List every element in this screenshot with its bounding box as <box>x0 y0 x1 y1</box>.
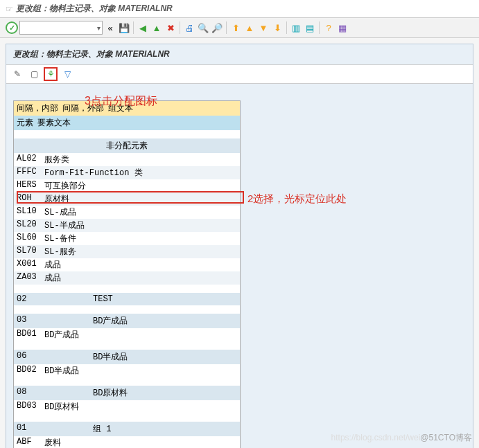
annotation-assign: 3点击分配图标 <box>85 94 157 109</box>
table-row[interactable]: SL20SL-半成品 <box>14 219 240 232</box>
unassigned-section-title: 非分配元素 <box>14 138 240 153</box>
window-title: 更改组：物料主记录、对象 MATERIALNR <box>16 3 173 15</box>
group-header[interactable]: 03BD产成品 <box>14 314 240 328</box>
group-header[interactable]: 01组 1 <box>14 422 240 436</box>
prev-page-icon[interactable]: ▲ <box>243 21 256 34</box>
panel: 更改组：物料主记录、对象 MATERIALNR ✎ ▢ ⚘ ▽ 3点击分配图标 … <box>6 44 473 448</box>
panel-title: 更改组：物料主记录、对象 MATERIALNR <box>6 44 473 64</box>
table-row[interactable]: SL10SL-成品 <box>14 206 240 219</box>
table-row[interactable]: BD01BD产成品 <box>14 328 240 341</box>
save-icon[interactable]: 💾 <box>118 21 130 34</box>
selection-highlight <box>17 191 244 204</box>
last-page-icon[interactable]: ⬇ <box>271 21 284 34</box>
window-icon: ☞ <box>6 4 13 14</box>
find-icon[interactable]: 🔍 <box>197 21 209 34</box>
data-table: 间隔，内部 间隔，外部 组文本 元素 要素文本 非分配元素 AL02服务类FFF… <box>13 100 241 448</box>
find-next-icon[interactable]: 🔎 <box>211 21 223 34</box>
table-header-2: 元素 要素文本 <box>14 116 240 130</box>
next-page-icon[interactable]: ▼ <box>257 21 270 34</box>
watermark: https://blog.csdn.net/wei@51CTO博客 <box>331 432 472 444</box>
table-row[interactable]: FFFCForm-Fit-Function 类 <box>14 166 240 179</box>
table-row[interactable]: X001成品 <box>14 258 240 271</box>
main-toolbar: ✓ « 💾 ◀ ▲ ✖ 🖨 🔍 🔎 ⬆ ▲ ▼ ⬇ ▥ ▤ ? ▦ <box>0 18 479 38</box>
table-row[interactable]: AL02服务类 <box>14 153 240 166</box>
title-bar: ☞ 更改组：物料主记录、对象 MATERIALNR <box>0 0 479 18</box>
annotation-select: 2选择，光标定位此处 <box>247 192 347 206</box>
table-row[interactable]: SL60SL-备件 <box>14 232 240 245</box>
first-page-icon[interactable]: ⬆ <box>229 21 242 34</box>
panel-toolbar: ✎ ▢ ⚘ ▽ <box>6 64 473 84</box>
filter-icon[interactable]: ▽ <box>60 67 74 81</box>
back-button[interactable]: ◀ <box>137 21 149 34</box>
command-field[interactable] <box>19 21 103 35</box>
new-icon[interactable]: ▢ <box>27 67 41 81</box>
assign-icon[interactable]: ⚘ <box>44 67 58 81</box>
group-header[interactable]: 08BD原材料 <box>14 386 240 400</box>
group-header[interactable]: 02TEST <box>14 293 240 305</box>
table-row[interactable]: ABF废料 <box>14 436 240 448</box>
cancel-button[interactable]: ✖ <box>164 21 177 34</box>
ok-button[interactable]: ✓ <box>6 21 18 34</box>
group-header[interactable]: 06BD半成品 <box>14 350 240 364</box>
exit-button[interactable]: ▲ <box>150 21 163 34</box>
back-icon[interactable]: « <box>104 21 116 34</box>
table-row[interactable]: BD02BD半成品 <box>14 364 240 377</box>
layout-icon[interactable]: ▦ <box>336 21 349 34</box>
table-row[interactable]: SL70SL-服务 <box>14 245 240 258</box>
table-row[interactable]: ZA03成品 <box>14 271 240 285</box>
table-row[interactable]: BD03BD原材料 <box>14 400 240 413</box>
session-icon[interactable]: ▥ <box>290 21 302 34</box>
help-icon[interactable]: ? <box>322 21 335 34</box>
shortcut-icon[interactable]: ▤ <box>304 21 316 34</box>
edit-icon[interactable]: ✎ <box>10 67 24 81</box>
print-icon[interactable]: 🖨 <box>183 21 195 34</box>
